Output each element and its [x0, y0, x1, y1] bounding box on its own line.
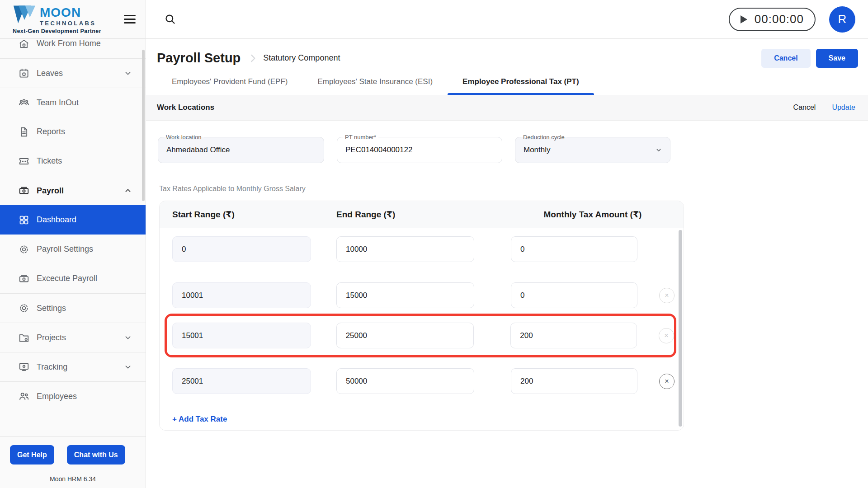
end-range-input[interactable] — [336, 323, 474, 348]
chevron-down-icon — [123, 333, 133, 343]
sidebar-scrollbar[interactable] — [142, 50, 145, 201]
home-icon — [18, 39, 30, 50]
remove-row-button[interactable]: × — [659, 288, 675, 303]
chat-with-us-button[interactable]: Chat with Us — [67, 445, 125, 465]
highlighted-row-outline: × — [165, 314, 676, 357]
chevron-down-icon — [123, 362, 133, 372]
sidebar-header: MOON TECHNOLABS Next-Gen Development Par… — [0, 0, 146, 39]
play-icon[interactable] — [741, 15, 747, 23]
pt-number-label: PT number* — [343, 133, 378, 141]
table-scrollbar[interactable] — [679, 230, 682, 427]
brand-secondary: TECHNOLABS — [40, 20, 96, 26]
remove-row-button[interactable]: × — [659, 374, 675, 389]
deduction-cycle-value: Monthly — [524, 145, 551, 155]
sidebar-footer: Get Help Chat with Us Moon HRM 6.34 — [0, 436, 146, 488]
gear-icon — [18, 302, 30, 314]
work-locations-update-link[interactable]: Update — [832, 103, 855, 112]
end-range-input[interactable] — [336, 368, 474, 394]
payroll-cash-icon — [18, 273, 30, 285]
tracking-monitor-icon — [18, 361, 30, 373]
tab-esi[interactable]: Employees' State Insurance (ESI) — [302, 77, 448, 95]
tax-rate-row — [172, 236, 684, 262]
sidebar-item-projects[interactable]: Projects — [0, 323, 146, 352]
end-range-input[interactable] — [336, 236, 474, 262]
sidebar: MOON TECHNOLABS Next-Gen Development Par… — [0, 0, 146, 488]
dashboard-grid-icon — [18, 214, 30, 226]
sidebar-item-payroll-settings[interactable]: Payroll Settings — [0, 235, 146, 264]
employees-icon — [18, 390, 30, 402]
work-location-field[interactable]: Work location — [158, 137, 324, 163]
deduction-cycle-select[interactable]: Deduction cycle Monthly — [515, 137, 670, 163]
sidebar-item-reviews[interactable]: Reviews — [0, 411, 146, 416]
projects-folder-icon — [18, 332, 30, 343]
chevron-up-icon — [123, 186, 133, 196]
team-icon — [18, 97, 30, 108]
time-tracker-widget[interactable]: 00:00:00 — [729, 8, 816, 31]
get-help-button[interactable]: Get Help — [10, 445, 54, 465]
work-locations-cancel-link[interactable]: Cancel — [793, 103, 816, 112]
start-range-input[interactable] — [172, 368, 311, 394]
sidebar-item-settings[interactable]: Settings — [0, 293, 146, 323]
sidebar-item-reports[interactable]: Reports — [0, 117, 146, 146]
work-location-input[interactable] — [166, 145, 316, 155]
sidebar-item-team-inout[interactable]: Team InOut — [0, 88, 146, 117]
page-title: Payroll Setup — [157, 51, 241, 66]
tax-rates-table: Start Range (₹) End Range (₹) Monthly Ta… — [159, 201, 684, 431]
logo-mountain-icon — [13, 5, 36, 26]
work-locations-bar: Work Locations Cancel Update — [146, 95, 868, 121]
breadcrumb: Statutory Component — [263, 53, 340, 63]
tax-rates-rows: × × × + Add Tax Rate — [160, 228, 684, 430]
column-start-range: Start Range (₹) — [172, 209, 311, 220]
tab-epf[interactable]: Employees' Provident Fund (EPF) — [157, 77, 302, 95]
moon-technolabs-logo: MOON TECHNOLABS Next-Gen Development Par… — [13, 5, 101, 34]
add-tax-rate-link[interactable]: + Add Tax Rate — [172, 415, 227, 424]
column-end-range: End Range (₹) — [336, 209, 474, 220]
timer-value: 00:00:00 — [755, 12, 804, 26]
report-document-icon — [18, 126, 30, 138]
pt-number-input[interactable] — [345, 145, 494, 155]
page-header: Payroll Setup Statutory Component Cancel… — [146, 39, 868, 77]
monthly-tax-amount-input[interactable] — [511, 368, 637, 394]
start-range-input[interactable] — [172, 323, 311, 348]
start-range-input[interactable] — [172, 282, 311, 308]
remove-row-button[interactable]: × — [659, 328, 674, 343]
deduction-cycle-label: Deduction cycle — [521, 133, 567, 141]
chevron-right-icon — [247, 52, 259, 64]
sidebar-item-tracking[interactable]: Tracking — [0, 352, 146, 381]
app-version: Moon HRM 6.34 — [0, 471, 146, 488]
gear-icon — [18, 244, 30, 255]
pt-number-field[interactable]: PT number* — [337, 137, 502, 163]
tax-rates-caption: Tax Rates Applicable to Monthly Gross Sa… — [159, 185, 868, 193]
sidebar-item-dashboard[interactable]: Dashboard — [0, 205, 146, 235]
calendar-icon — [18, 67, 30, 79]
save-button[interactable]: Save — [816, 49, 858, 68]
hamburger-menu-icon[interactable] — [124, 15, 136, 23]
sidebar-item-leaves[interactable]: Leaves — [0, 58, 146, 88]
sidebar-item-tickets[interactable]: Tickets — [0, 146, 146, 176]
sidebar-item-employees[interactable]: Employees — [0, 381, 146, 411]
monthly-tax-amount-input[interactable] — [510, 323, 637, 348]
top-bar: 00:00:00 R — [146, 0, 868, 39]
cancel-button[interactable]: Cancel — [761, 49, 810, 68]
end-range-input[interactable] — [336, 282, 474, 308]
column-monthly-tax-amount: Monthly Tax Amount (₹) — [511, 209, 675, 220]
tax-rate-row: × — [172, 282, 684, 308]
start-range-input[interactable] — [172, 236, 311, 262]
brand-primary: MOON — [40, 6, 96, 19]
sidebar-item-payroll[interactable]: Payroll — [0, 176, 146, 205]
work-location-label: Work location — [164, 133, 204, 141]
monthly-tax-amount-input[interactable] — [511, 282, 637, 308]
sidebar-item-work-from-home[interactable]: Work From Home — [0, 39, 146, 58]
tab-professional-tax[interactable]: Employee Professional Tax (PT) — [448, 77, 594, 95]
chevron-down-icon — [123, 68, 133, 78]
chevron-down-icon — [654, 145, 664, 155]
tax-rate-row: × — [172, 368, 684, 394]
search-icon[interactable] — [164, 13, 176, 25]
avatar[interactable]: R — [829, 6, 855, 33]
brand-tagline: Next-Gen Development Partner — [13, 28, 101, 34]
sidebar-item-execute-payroll[interactable]: Excecute Payroll — [0, 264, 146, 293]
monthly-tax-amount-input[interactable] — [511, 236, 637, 262]
tax-rates-table-header: Start Range (₹) End Range (₹) Monthly Ta… — [160, 201, 684, 228]
ticket-icon — [18, 155, 30, 167]
statutory-tabs: Employees' Provident Fund (EPF) Employee… — [146, 77, 868, 95]
